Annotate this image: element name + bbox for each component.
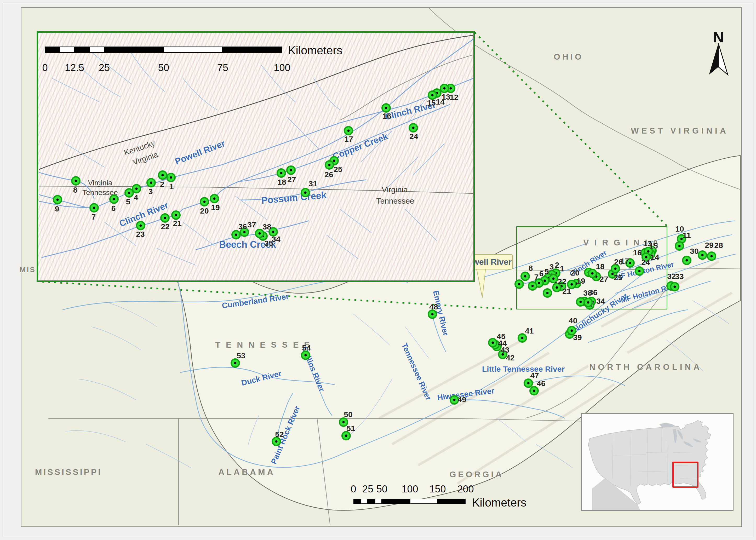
site-marker — [277, 168, 286, 178]
site-number-label: 1 — [169, 182, 174, 191]
site-marker — [210, 194, 219, 203]
scalebar-segment — [104, 47, 164, 53]
site-number-label: 32 — [667, 272, 676, 281]
site-number-label: 16 — [382, 112, 391, 120]
borderpair-label: Virginia — [88, 179, 112, 187]
north-label: N — [713, 28, 724, 46]
site-marker — [109, 195, 119, 204]
us-overview-inset — [581, 413, 733, 511]
scalebar-segment — [368, 499, 375, 504]
site-number-label: 25 — [614, 273, 622, 282]
scalebar-tick-label: 25 — [362, 483, 373, 495]
site-number-label: 20 — [200, 206, 209, 215]
river-label: Little Tennessee River — [482, 365, 565, 373]
scalebar-segment — [223, 47, 282, 53]
site-number-label: 34 — [596, 297, 605, 306]
state-label: WEST VIRGINIA — [631, 126, 728, 136]
site-marker — [583, 298, 593, 307]
site-marker — [89, 203, 99, 212]
site-marker — [231, 230, 241, 239]
site-number-label: 3 — [148, 187, 153, 196]
site-marker — [408, 123, 418, 133]
site-marker — [698, 250, 707, 260]
scalebar-segment — [164, 47, 223, 53]
scalebar-segment — [361, 499, 368, 504]
site-number-label: 38 — [583, 289, 592, 298]
site-marker — [158, 171, 167, 180]
state-label: ALABAMA — [218, 467, 275, 477]
scalebar-segment — [382, 499, 410, 504]
site-number-label: 8 — [73, 186, 77, 195]
scalebar-tick-label: 12.5 — [65, 62, 84, 73]
site-marker — [488, 338, 498, 347]
scalebar-tick-label: 75 — [217, 62, 228, 73]
scalebar-tick-label: 25 — [99, 62, 110, 73]
scalebar-tick-label: 150 — [429, 483, 446, 495]
site-number-label: 19 — [576, 277, 585, 285]
map-figure: Powell River — [0, 0, 756, 540]
site-number-label: 40 — [568, 316, 577, 325]
site-marker — [344, 126, 353, 135]
scalebar-unit-label: Kilometers — [288, 44, 343, 57]
site-number-label: 21 — [173, 219, 181, 228]
site-number-label: 26 — [324, 170, 333, 179]
site-marker — [200, 197, 209, 206]
site-number-label: 46 — [537, 379, 545, 388]
site-marker — [675, 241, 684, 251]
borderpair-label: Virginia — [382, 185, 408, 194]
site-number-label: 14 — [436, 97, 444, 106]
scalebar-segment — [438, 499, 466, 504]
site-marker — [166, 173, 176, 182]
scalebar-segment — [89, 47, 104, 53]
site-number-label: 53 — [236, 351, 245, 360]
site-marker — [528, 281, 537, 291]
site-number-label: 15 — [649, 241, 658, 250]
site-number-label: 4 — [134, 193, 138, 202]
site-number-label: 22 — [557, 277, 566, 286]
state-label: MISSISSIPPI — [35, 467, 102, 477]
scalebar-tick-label: 0 — [351, 483, 356, 495]
site-number-label: 47 — [530, 371, 539, 380]
site-number-label: 19 — [211, 203, 220, 212]
site-number-label: 17 — [344, 135, 353, 144]
site-marker — [171, 210, 181, 220]
site-marker — [567, 326, 576, 336]
borderpair-label: Tennessee — [376, 197, 414, 205]
site-number-label: 33 — [675, 272, 683, 281]
site-number-label: 7 — [534, 273, 539, 282]
north-arrow: N — [703, 28, 735, 80]
site-number-label: 18 — [596, 262, 604, 271]
site-marker — [286, 166, 296, 175]
site-number-label: 1 — [560, 264, 564, 273]
site-marker — [588, 269, 597, 278]
scalebar-tick-label: 50 — [158, 62, 169, 73]
site-number-label: 41 — [525, 327, 533, 336]
site-number-label: 5 — [544, 267, 549, 276]
scalebar-segment — [60, 47, 75, 53]
site-number-label: 2 — [555, 261, 559, 269]
site-marker — [124, 188, 134, 198]
state-label: NORTH CAROLINA — [589, 362, 702, 372]
site-marker — [635, 266, 644, 276]
site-marker — [670, 282, 680, 291]
site-number-label: 21 — [562, 287, 571, 296]
scalebar-tick-label: 0 — [42, 62, 48, 73]
scalebar-tick-label: 200 — [457, 483, 474, 495]
site-number-label: 54 — [302, 343, 311, 352]
state-label: OHIO — [554, 52, 583, 62]
site-number-label: 9 — [55, 204, 59, 213]
site-number-label: 31 — [308, 179, 317, 188]
scalebar-segment — [354, 499, 361, 504]
site-number-label: 35 — [264, 239, 273, 248]
site-number-label: 26 — [614, 257, 623, 266]
site-number-label: 37 — [247, 220, 256, 229]
site-number-label: 27 — [599, 275, 608, 284]
site-number-label: 18 — [277, 178, 286, 187]
scalebar-segment — [75, 47, 89, 53]
site-marker — [543, 288, 552, 298]
overview-extent-rectangle — [672, 462, 698, 488]
site-number-label: 45 — [497, 332, 505, 341]
site-marker — [136, 221, 145, 230]
site-number-label: 42 — [506, 353, 515, 362]
site-marker — [515, 279, 524, 289]
